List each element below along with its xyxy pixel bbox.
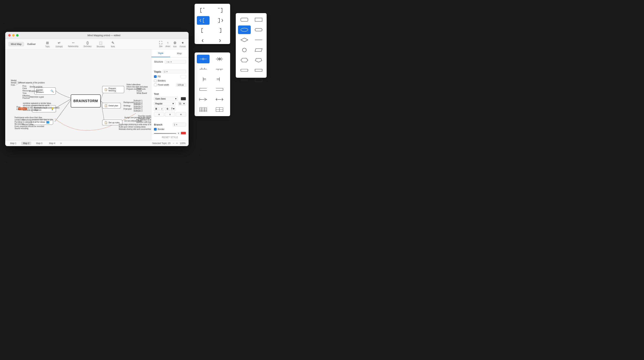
node-detail-plan[interactable]: 📋 Detail plan	[102, 103, 121, 108]
more-format-button[interactable]: T▼	[171, 107, 175, 111]
shape-branch-t1[interactable]	[197, 65, 210, 73]
shape-branch-x[interactable]	[213, 55, 226, 63]
text-maintain: Host the meeting	[138, 115, 151, 117]
shape-branch-l1[interactable]	[197, 85, 210, 94]
shape-bracket-6[interactable]	[213, 26, 226, 35]
prepare-icon: 📋	[104, 88, 108, 91]
tool-relationship[interactable]: ↔ Relationship	[66, 40, 80, 48]
tool-zen[interactable]: ⛶ Zen	[159, 41, 162, 47]
text-discuss: Discuss the objectives of a possible sol…	[23, 107, 60, 109]
tool-subtopic[interactable]: ↵ Subtopic	[54, 40, 65, 48]
shape-branch-arrow2[interactable]	[213, 95, 226, 104]
shape-stadium[interactable]	[252, 26, 265, 34]
bold-button[interactable]: B	[154, 107, 158, 111]
svg-marker-4	[241, 38, 248, 42]
text-pay-attn: Pay attention to everyone's ideas	[136, 119, 151, 121]
italic-button[interactable]: I	[160, 107, 164, 111]
map-tab-2[interactable]: Map 2	[21, 142, 31, 145]
maximize-button[interactable]	[16, 34, 18, 37]
tool-note[interactable]: ✎ Note	[108, 40, 118, 48]
shape-rounded-rect-sm[interactable]	[238, 66, 251, 75]
tool-boundary[interactable]: ⬚ Boundary	[95, 40, 107, 48]
text-color-swatch[interactable]	[181, 97, 186, 100]
shape-circle[interactable]	[238, 46, 251, 54]
map-tab-1[interactable]: Map 1	[8, 142, 18, 145]
shape-branch-t3[interactable]	[197, 75, 210, 84]
text-time: Time	[22, 92, 26, 94]
shape-branch-grid2[interactable]	[213, 105, 226, 114]
strikethrough-button[interactable]: S	[165, 107, 170, 111]
shape-rect-sm[interactable]	[252, 66, 265, 75]
text-put-ideas: Put ideas in categories	[14, 121, 34, 123]
shape-branch-arrow1[interactable]	[197, 95, 210, 104]
node-prepare-meeting[interactable]: 📋 Prepare Meeting	[102, 86, 124, 93]
fixed-width-input[interactable]: 123 px	[176, 83, 186, 87]
branch-select[interactable]: { ▼	[173, 123, 186, 126]
text-encourage: Encourage producing a wide array of idea…	[119, 123, 151, 125]
align-right-button[interactable]: ≡	[176, 112, 186, 117]
explain-icon: 🔍	[50, 90, 54, 93]
tool-share[interactable]: ↑ share	[166, 41, 170, 47]
size-select[interactable]: 11 ▼	[178, 102, 186, 105]
shape-branch-h[interactable]	[197, 55, 210, 63]
fill-checkbox[interactable]: ✓	[154, 75, 156, 78]
font-select[interactable]: Open Sans ▼	[154, 97, 178, 101]
fill-color-swatch[interactable]	[181, 75, 186, 78]
borders-checkbox[interactable]	[154, 79, 156, 82]
shape-line[interactable]	[252, 36, 265, 44]
map-tab-4[interactable]: Map 4	[47, 142, 57, 145]
shape-bracket-3[interactable]	[197, 16, 210, 25]
shape-branch-l2[interactable]	[213, 85, 226, 94]
branch-line	[154, 133, 176, 134]
shape-bracket-1[interactable]	[197, 6, 210, 15]
shape-diamond[interactable]	[238, 36, 251, 44]
weight-value: Regular	[155, 102, 162, 105]
shape-pentagon[interactable]	[252, 56, 265, 64]
tool-format-panel[interactable]: ✦ Format	[180, 41, 186, 48]
align-center-button[interactable]: ≡	[165, 112, 175, 117]
shape-double-line[interactable]	[238, 76, 251, 85]
branch-color-swatch[interactable]	[181, 132, 186, 134]
shape-bracket-4[interactable]	[213, 16, 226, 25]
shape-parallelogram[interactable]	[252, 46, 265, 54]
shape-rect[interactable]	[252, 15, 265, 24]
reset-style-button[interactable]: RESET STYLE	[151, 134, 188, 140]
tab-mindmap[interactable]: Mind Map	[8, 42, 24, 47]
shape-ellipse[interactable]	[238, 26, 251, 34]
shape-bracket-2[interactable]	[213, 6, 226, 15]
shape-rounded-rect[interactable]	[238, 15, 251, 24]
align-left-button[interactable]: ≡	[154, 112, 164, 117]
close-button[interactable]	[8, 34, 11, 37]
branch-border-checkbox[interactable]: ✓	[154, 128, 156, 130]
shape-branch-t2[interactable]	[213, 65, 226, 73]
tool-icon-panel[interactable]: ⚙ Icon	[173, 41, 176, 48]
shape-bracket-8[interactable]	[213, 36, 226, 45]
shape-bracket-7[interactable]	[197, 36, 210, 45]
shape-bracket-5[interactable]	[197, 26, 210, 35]
shape-branch-t4[interactable]	[213, 75, 226, 84]
panel-tab-map[interactable]: Map	[170, 50, 189, 57]
tool-topic[interactable]: ⊞ Topic	[43, 40, 52, 48]
zoom-minus[interactable]: −	[173, 142, 174, 145]
text-practical: Practical	[22, 97, 30, 99]
svg-rect-0	[241, 18, 248, 21]
map-tab-3[interactable]: Map 3	[34, 142, 44, 145]
canvas-area[interactable]: BRAINSTORM 📋 Prepare Meeting 📋 Detail pl…	[5, 50, 151, 140]
call-label: Call for ideas	[33, 121, 45, 123]
tab-outliner[interactable]: Outliner	[24, 42, 38, 47]
text-every-resp: Every response should be recorded	[14, 125, 44, 127]
fixed-width-checkbox[interactable]	[154, 84, 156, 86]
topic-select[interactable]: □ ▼	[163, 70, 186, 73]
shape-hexagon[interactable]	[238, 56, 251, 64]
shape-branch-grid1[interactable]	[197, 105, 210, 114]
minimize-button[interactable]	[12, 34, 14, 37]
topic-label: Topic	[154, 70, 161, 73]
structure-chevron: ▼	[170, 61, 172, 63]
tool-summary[interactable]: {} Summary	[82, 40, 94, 48]
panel-tab-style[interactable]: Style	[151, 50, 170, 57]
structure-select[interactable]: →∞ ▼	[165, 60, 186, 64]
weight-select[interactable]: Regular ▼	[154, 102, 176, 105]
shape-rect-right[interactable]	[252, 76, 265, 85]
central-node[interactable]: BRAINSTORM	[71, 94, 101, 107]
add-map-button[interactable]: +	[60, 142, 62, 145]
